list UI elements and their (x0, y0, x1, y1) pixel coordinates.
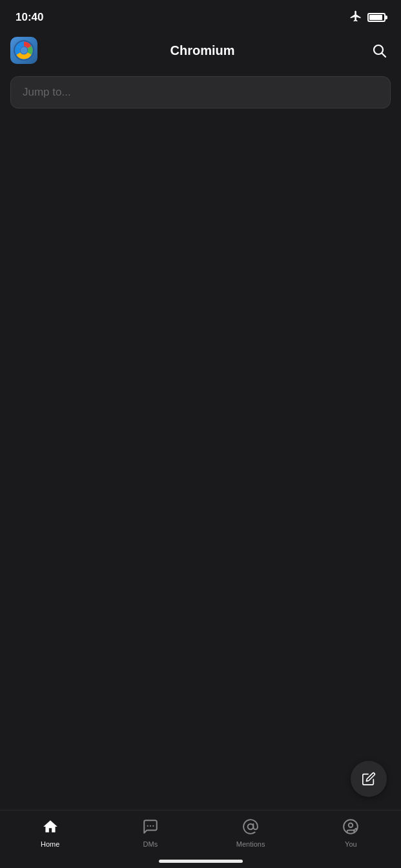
tab-mentions-label: Mentions (236, 840, 265, 848)
svg-point-8 (152, 825, 154, 827)
tab-dms[interactable]: DMs (100, 816, 200, 848)
status-bar: 10:40 (0, 0, 401, 32)
tab-you-label: You (345, 840, 357, 848)
airplane-icon (349, 10, 362, 26)
svg-point-12 (353, 829, 355, 831)
search-container (0, 71, 401, 119)
search-button[interactable] (367, 39, 391, 62)
home-icon (42, 818, 59, 838)
status-time: 10:40 (15, 11, 43, 24)
chromium-logo-svg (13, 39, 35, 61)
svg-point-11 (349, 823, 353, 828)
tab-home-label: Home (41, 840, 59, 848)
main-content (0, 119, 401, 811)
status-icons (349, 10, 386, 26)
mentions-icon-svg (242, 818, 259, 835)
svg-point-6 (150, 825, 151, 827)
svg-point-3 (21, 47, 28, 54)
edit-icon (362, 772, 376, 786)
svg-point-13 (355, 828, 357, 830)
tab-home[interactable]: Home (0, 816, 100, 848)
svg-point-9 (248, 824, 254, 830)
mentions-icon (242, 818, 259, 838)
tab-mentions[interactable]: Mentions (201, 816, 301, 848)
compose-icon (362, 772, 376, 786)
you-icon (342, 818, 359, 838)
home-indicator (159, 860, 243, 863)
tab-you[interactable]: You (301, 816, 401, 848)
svg-point-7 (147, 825, 148, 827)
you-icon-svg (342, 818, 359, 835)
jump-to-input[interactable] (10, 76, 391, 108)
app-logo (10, 37, 37, 64)
battery-icon (367, 13, 386, 22)
dms-icon-svg (142, 818, 159, 835)
svg-line-5 (382, 54, 386, 57)
dms-icon (142, 818, 159, 838)
app-header: Chromium (0, 32, 401, 71)
svg-point-10 (344, 820, 358, 834)
tab-dms-label: DMs (143, 840, 158, 848)
app-title: Chromium (170, 43, 235, 58)
compose-button[interactable] (351, 761, 387, 797)
home-icon-svg (42, 818, 59, 835)
